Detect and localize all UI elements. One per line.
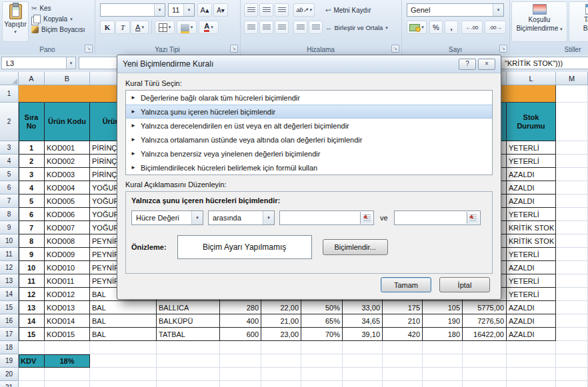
table-cell[interactable]: 34,65 [343,314,383,328]
table-cell[interactable]: YETERLİ [507,248,556,261]
name-box-dropdown-icon[interactable]: ▾ [66,57,76,69]
table-cell[interactable]: 190 [423,314,463,328]
alignment-dialog-launcher-icon[interactable]: ↘ [391,45,399,53]
cell[interactable] [463,341,507,354]
increase-decimal-button[interactable]: ←.00 [461,21,483,34]
rule-type-option[interactable]: ► Değerlerine bağlı olarak tüm hücreleri… [126,91,492,105]
align-top-button[interactable] [244,3,258,17]
table-cell[interactable]: YETERLİ [507,274,556,288]
cell-value-dropdown[interactable]: Hücre Değeri ▾ [131,210,203,225]
table-cell[interactable]: 1 [19,141,45,155]
orientation-button[interactable]: ab↗ ▾ [293,3,315,17]
increase-indent-button[interactable] [309,21,323,34]
table-cell[interactable]: 12 [19,288,45,301]
cell[interactable] [90,354,157,368]
cell[interactable] [220,368,261,381]
cell[interactable] [19,368,45,381]
table-cell[interactable]: 8 [19,234,45,248]
cell[interactable] [507,381,556,387]
table-cell[interactable]: KOD012 [45,288,90,301]
table-cell[interactable]: 9 [19,248,45,261]
table-cell[interactable]: KOD014 [45,314,90,328]
rule-type-option[interactable]: ► Yalnızca benzersiz veya yinelenen değe… [126,147,492,161]
decrease-indent-button[interactable] [293,21,307,34]
min-value-input[interactable] [279,210,374,225]
rule-type-option-selected[interactable]: ► Yalnızca şunu içeren hücreleri biçimle… [126,105,492,119]
collapse-dialog-button[interactable] [467,212,479,224]
cell[interactable] [556,85,588,103]
cell[interactable] [157,341,220,354]
table-cell[interactable]: YETERLİ [507,155,556,168]
row-header[interactable]: 11 [0,248,19,261]
table-cell[interactable]: 21,00 [261,314,301,328]
table-cell[interactable]: 5 [19,194,45,208]
cell[interactable] [261,381,301,387]
cell[interactable] [261,341,301,354]
row-header[interactable]: 12 [0,261,19,274]
table-cell[interactable]: KOD009 [45,248,90,261]
row-header[interactable]: 13 [0,274,19,288]
cell[interactable] [556,221,588,234]
table-cell[interactable]: 400 [220,314,261,328]
table-cell[interactable]: 105 [423,301,463,314]
table-cell[interactable]: 6 [19,208,45,221]
cell[interactable] [220,341,261,354]
fill-color-button[interactable]: ▾ [177,21,197,34]
italic-button[interactable]: T [115,21,130,34]
table-cell[interactable]: BAL [90,328,157,341]
cell[interactable] [556,368,588,381]
table-cell[interactable]: BAL [90,314,157,328]
table-header-cell[interactable]: Sıra No [19,103,45,141]
font-dialog-launcher-icon[interactable]: ↘ [230,45,238,53]
row-header[interactable]: 4 [0,155,19,168]
cell[interactable] [507,368,556,381]
title-band-cell[interactable] [507,85,556,103]
cell[interactable] [383,368,423,381]
align-middle-button[interactable] [259,3,273,17]
cell[interactable] [556,234,588,248]
kdv-value-cell[interactable]: 18% [45,354,90,368]
align-right-button[interactable] [275,21,289,34]
table-cell[interactable]: 3 [19,168,45,181]
cell[interactable] [556,261,588,274]
cell[interactable] [343,354,383,368]
cell[interactable] [90,381,157,387]
cell[interactable] [343,381,383,387]
cell[interactable] [383,341,423,354]
number-format-dropdown[interactable]: Genel ▾ [407,3,504,17]
ok-button[interactable]: Tamam [381,277,431,292]
align-left-button[interactable] [244,21,258,34]
shrink-font-button[interactable]: A▾ [213,3,228,17]
paste-button[interactable]: Yapıştır ▾ [2,1,29,42]
cell[interactable] [423,381,463,387]
table-cell[interactable]: AZALDI [507,181,556,194]
row-header[interactable]: 6 [0,181,19,194]
cell[interactable] [261,354,301,368]
font-color-button[interactable]: A ▾ [199,21,219,34]
row-header[interactable]: 16 [0,314,19,328]
font-name-dropdown[interactable]: ▾ [100,3,165,17]
conditional-formatting-button[interactable]: Koşullu Biçimlendirme ▾ [511,1,567,42]
table-cell[interactable]: 280 [220,301,261,314]
cell[interactable] [343,341,383,354]
accounting-format-button[interactable]: ▾ [407,21,427,34]
kdv-label-cell[interactable]: KDV [19,354,45,368]
cell[interactable] [45,381,90,387]
title-band-cell[interactable] [19,85,45,103]
number-dialog-launcher-icon[interactable]: ↘ [499,45,507,53]
table-cell[interactable]: 7 [19,221,45,234]
cell[interactable] [556,301,588,314]
table-cell[interactable]: AZALDI [507,194,556,208]
table-cell[interactable]: 22,00 [261,301,301,314]
cell[interactable] [556,168,588,181]
cell[interactable] [261,368,301,381]
cell[interactable] [463,381,507,387]
table-header-cell[interactable]: Stok Durumu [507,103,556,141]
cell[interactable] [157,368,220,381]
cell[interactable] [301,341,343,354]
row-header[interactable]: 9 [0,221,19,234]
comma-style-button[interactable]: , [445,21,458,34]
row-header[interactable]: 10 [0,234,19,248]
cell[interactable] [423,341,463,354]
table-cell[interactable]: 7276,50 [463,314,507,328]
